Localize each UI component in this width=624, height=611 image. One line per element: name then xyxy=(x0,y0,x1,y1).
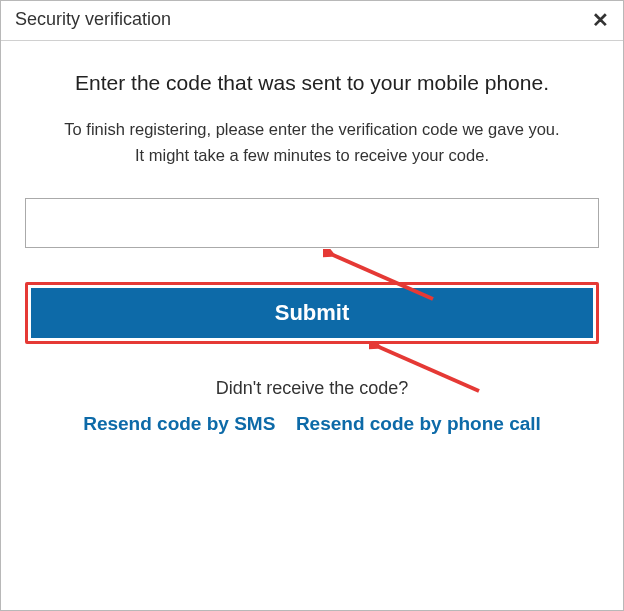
dialog-title: Security verification xyxy=(15,9,171,30)
submit-highlight: Submit xyxy=(25,282,599,344)
dialog: Security verification ✕ Enter the code t… xyxy=(0,0,624,611)
description-line1: To finish registering, please enter the … xyxy=(64,120,559,138)
verification-code-input[interactable] xyxy=(25,198,599,248)
resend-sms-link[interactable]: Resend code by SMS xyxy=(83,413,275,434)
content: Enter the code that was sent to your mob… xyxy=(1,41,623,435)
close-icon[interactable]: ✕ xyxy=(592,10,609,30)
titlebar: Security verification ✕ xyxy=(1,1,623,41)
resend-links: Resend code by SMS Resend code by phone … xyxy=(25,413,599,435)
no-receive-text: Didn't receive the code? xyxy=(25,378,599,399)
heading: Enter the code that was sent to your mob… xyxy=(25,71,599,95)
description-line2: It might take a few minutes to receive y… xyxy=(135,146,489,164)
description: To finish registering, please enter the … xyxy=(42,117,582,168)
resend-call-link[interactable]: Resend code by phone call xyxy=(296,413,541,434)
submit-button[interactable]: Submit xyxy=(31,288,593,338)
